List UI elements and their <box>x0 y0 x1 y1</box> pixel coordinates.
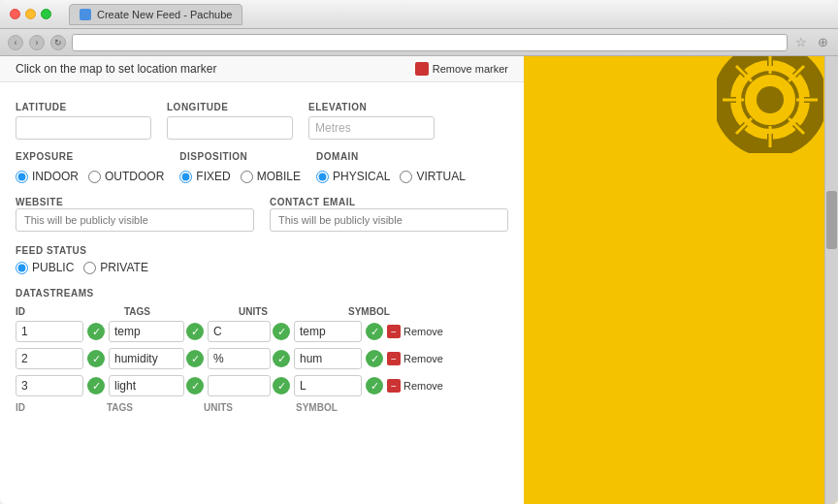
disposition-radio-group: FIXED MOBILE <box>179 170 301 183</box>
tab-label: Create New Feed - Pachube <box>97 9 232 20</box>
feed-status-label: FEED STATUS <box>16 245 86 256</box>
contact-email-input[interactable] <box>270 208 508 232</box>
remove-icon-3: − <box>387 379 401 393</box>
ds-symbol-input-3[interactable] <box>294 375 362 396</box>
col-symbol-header: SYMBOL <box>348 306 445 317</box>
remove-icon-2: − <box>387 352 401 365</box>
elevation-input[interactable] <box>308 116 435 140</box>
indoor-radio[interactable] <box>16 171 28 183</box>
exposure-group: EXPOSURE INDOOR OUTDOOR <box>16 151 164 183</box>
private-radio[interactable] <box>83 262 96 274</box>
active-tab[interactable]: Create New Feed - Pachube <box>69 4 242 25</box>
back-button[interactable]: ‹ <box>8 35 23 50</box>
longitude-group: LONGITUDE <box>167 102 293 140</box>
domain-label: DOMAIN <box>316 151 466 162</box>
private-option[interactable]: PRIVATE <box>83 261 148 274</box>
settings-icon[interactable]: ⊕ <box>815 35 830 50</box>
public-radio[interactable] <box>16 262 28 274</box>
map-hint-bar: Click on the map to set location marker … <box>0 56 524 82</box>
ds-symbol-input-1[interactable] <box>294 321 362 342</box>
longitude-input[interactable] <box>167 116 293 140</box>
datastreams-header: ID TAGS UNITS SYMBOL <box>16 306 508 317</box>
forward-button[interactable]: › <box>29 35 45 50</box>
physical-label: PHYSICAL <box>333 170 390 183</box>
minimize-button[interactable] <box>25 9 36 19</box>
map-hint-text: Click on the map to set location marker <box>16 62 216 76</box>
ds-tags-check-1: ✓ <box>186 323 204 340</box>
exposure-label: EXPOSURE <box>16 151 164 162</box>
outdoor-label: OUTDOOR <box>105 170 164 183</box>
reload-button[interactable]: ↻ <box>50 35 66 50</box>
indoor-option[interactable]: INDOOR <box>16 170 79 183</box>
ds-tags-col-4: TAGS <box>107 402 204 413</box>
remove-button-3[interactable]: − Remove <box>387 379 443 393</box>
virtual-option[interactable]: VIRTUAL <box>400 170 465 183</box>
ds-id-input-2[interactable] <box>16 348 83 369</box>
tab-bar: Create New Feed - Pachube <box>69 4 828 25</box>
close-button[interactable] <box>10 9 20 19</box>
content-area: Click on the map to set location marker … <box>0 56 838 504</box>
ds-tags-check-2: ✓ <box>186 350 204 367</box>
ds-id-input-1[interactable] <box>16 321 83 342</box>
ds-id-col-4: ID <box>16 402 103 413</box>
browser-window: Create New Feed - Pachube ‹ › ↻ https://… <box>0 0 838 504</box>
ds-units-col-4: UNITS <box>204 402 296 413</box>
mobile-radio[interactable] <box>241 171 253 183</box>
fixed-option[interactable]: FIXED <box>179 170 230 183</box>
ds-units-check-3: ✓ <box>273 377 290 394</box>
ds-units-check-1: ✓ <box>273 323 290 340</box>
table-row: ✓ ✓ ✓ ✓ − Remove <box>16 375 508 396</box>
elevation-group: ELEVATION <box>308 102 435 140</box>
ds-tags-input-1[interactable] <box>109 321 184 342</box>
latitude-label: LATITUDE <box>16 102 151 112</box>
ds-tags-input-3[interactable] <box>109 375 184 396</box>
outdoor-option[interactable]: OUTDOOR <box>88 170 164 183</box>
address-bar: ‹ › ↻ https://pachube.com/feeds/new ☆ ⊕ <box>0 29 838 56</box>
indoor-label: INDOOR <box>32 170 79 183</box>
virtual-radio[interactable] <box>400 171 412 183</box>
ds-tags-check-3: ✓ <box>186 377 204 394</box>
public-option[interactable]: PUBLIC <box>16 261 74 274</box>
ds-units-input-2[interactable] <box>208 348 271 369</box>
bookmark-icon[interactable]: ☆ <box>793 35 809 50</box>
ds-symbol-input-2[interactable] <box>294 348 362 369</box>
remove-button-2[interactable]: − Remove <box>387 352 443 365</box>
physical-option[interactable]: PHYSICAL <box>316 170 390 183</box>
ds-units-input-3[interactable] <box>208 375 271 396</box>
col-units-header: UNITS <box>239 306 331 317</box>
col-id-header: ID <box>16 306 103 317</box>
table-row: ID TAGS UNITS SYMBOL <box>16 402 508 413</box>
feed-status-radio-group: PUBLIC PRIVATE <box>16 261 508 274</box>
form-body: LATITUDE LONGITUDE ELEVATION EX <box>0 94 524 436</box>
maximize-button[interactable] <box>41 9 51 19</box>
scroll-thumb[interactable] <box>826 191 837 249</box>
latitude-input[interactable] <box>16 116 151 140</box>
mobile-option[interactable]: MOBILE <box>241 170 301 183</box>
ds-tags-input-2[interactable] <box>109 348 184 369</box>
remove-label-1: Remove <box>403 326 443 337</box>
physical-radio[interactable] <box>316 171 329 183</box>
fixed-radio[interactable] <box>179 171 192 183</box>
longitude-label: LONGITUDE <box>167 102 293 112</box>
options-row: EXPOSURE INDOOR OUTDOOR <box>16 151 508 183</box>
remove-label-3: Remove <box>403 380 443 392</box>
ds-units-input-1[interactable] <box>208 321 271 342</box>
ds-symbol-col-4: SYMBOL <box>296 402 338 413</box>
disposition-group: DISPOSITION FIXED MOBILE <box>179 151 301 183</box>
svg-point-10 <box>757 86 784 113</box>
title-bar: Create New Feed - Pachube <box>0 0 838 29</box>
ds-units-check-2: ✓ <box>273 350 290 367</box>
scrollbar[interactable] <box>824 56 838 504</box>
remove-button-1[interactable]: − Remove <box>387 325 443 338</box>
website-input[interactable] <box>16 208 254 232</box>
remove-marker-button[interactable]: Remove marker <box>415 62 508 76</box>
address-input[interactable]: https://pachube.com/feeds/new <box>72 34 788 51</box>
ds-id-check-2: ✓ <box>87 350 105 367</box>
contact-email-label: CONTACT EMAIL <box>270 197 356 207</box>
outdoor-radio[interactable] <box>88 171 101 183</box>
ds-id-input-3[interactable] <box>16 375 83 396</box>
ds-id-check-1: ✓ <box>87 323 105 340</box>
virtual-label: VIRTUAL <box>416 170 465 183</box>
tab-favicon <box>80 9 91 20</box>
disposition-label: DISPOSITION <box>179 151 301 162</box>
